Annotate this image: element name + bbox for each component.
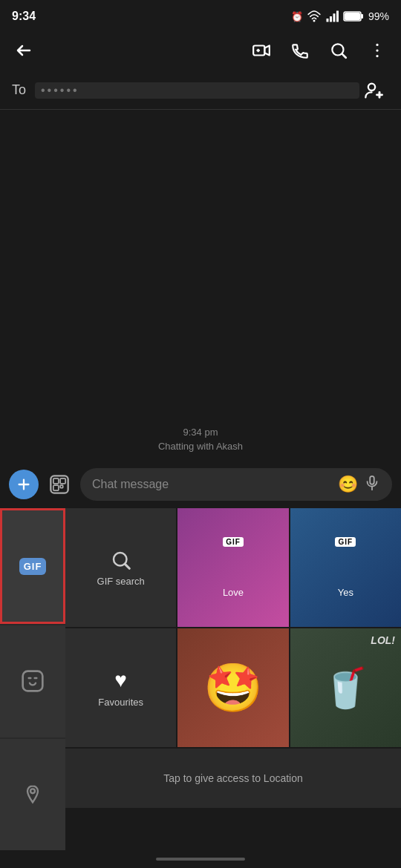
alarm-icon: ⏰ bbox=[291, 11, 303, 22]
svg-rect-17 bbox=[53, 479, 59, 484]
add-contact-icon bbox=[364, 80, 385, 101]
gif-sidebar-sticker[interactable] bbox=[0, 625, 65, 737]
wifi-icon bbox=[307, 10, 321, 23]
phone-button[interactable] bbox=[282, 33, 318, 68]
gif-yes-content: GIF Yes bbox=[290, 508, 401, 627]
gif-love-badge: GIF bbox=[223, 537, 244, 547]
status-icons: ⏰ 99% bbox=[291, 10, 389, 23]
back-button[interactable] bbox=[6, 33, 42, 68]
gif-yes-cell[interactable]: GIF Yes bbox=[290, 508, 401, 627]
more-button[interactable] bbox=[359, 33, 395, 68]
gif-love-cell[interactable]: GIF Love bbox=[177, 508, 288, 627]
gif-face-cell[interactable]: 🤩 bbox=[177, 628, 288, 747]
svg-rect-23 bbox=[23, 671, 43, 691]
top-bar-actions bbox=[244, 33, 395, 68]
tap-location-row[interactable]: Tap to give access to Location bbox=[65, 749, 401, 808]
gif-sidebar-location[interactable] bbox=[0, 739, 65, 850]
mic-icon bbox=[364, 475, 380, 491]
status-time: 9:34 bbox=[12, 10, 36, 23]
svg-point-14 bbox=[376, 55, 378, 57]
home-indicator bbox=[156, 858, 245, 861]
svg-rect-21 bbox=[370, 476, 374, 484]
chat-area: 9:34 pm Chatting with Akash bbox=[0, 110, 401, 461]
svg-rect-20 bbox=[60, 485, 63, 488]
sticker-button[interactable] bbox=[45, 470, 74, 499]
input-row: Chat message 😊 bbox=[0, 461, 401, 508]
gif-search-icon bbox=[110, 549, 132, 571]
chat-timestamp: 9:34 pm bbox=[183, 427, 218, 438]
gif-lol-content: 🥤 LOL! bbox=[290, 628, 401, 747]
battery-icon bbox=[343, 10, 364, 22]
svg-rect-1 bbox=[326, 19, 328, 22]
message-input-field[interactable]: Chat message 😊 bbox=[80, 468, 392, 501]
plus-icon bbox=[16, 476, 32, 493]
svg-point-0 bbox=[313, 20, 315, 22]
to-recipient-field[interactable]: •••••• bbox=[35, 82, 359, 99]
status-bar: 9:34 ⏰ 99% bbox=[0, 0, 401, 30]
location-sidebar-icon bbox=[22, 784, 43, 805]
gif-sidebar: GIF bbox=[0, 508, 65, 850]
lol-text: LOL! bbox=[371, 634, 395, 646]
search-icon bbox=[329, 41, 348, 60]
svg-rect-3 bbox=[333, 13, 335, 22]
gif-yes-label: Yes bbox=[338, 587, 353, 598]
signal-icon bbox=[325, 10, 339, 23]
emoji-button[interactable]: 😊 bbox=[338, 475, 358, 494]
video-call-button[interactable] bbox=[244, 33, 279, 68]
tap-location-text: Tap to give access to Location bbox=[163, 772, 303, 784]
more-icon bbox=[368, 41, 387, 60]
svg-rect-6 bbox=[361, 14, 363, 19]
gif-love-content: GIF Love bbox=[177, 508, 288, 627]
phone-icon bbox=[290, 41, 310, 60]
gif-row-2: ♥ Favourites 🤩 🥤 LOL! bbox=[65, 628, 401, 747]
app-container: 9:34 ⏰ 99% bbox=[0, 0, 401, 868]
message-placeholder: Chat message bbox=[92, 478, 332, 491]
chat-subtext: Chatting with Akash bbox=[158, 441, 243, 452]
search-button[interactable] bbox=[321, 33, 356, 68]
gif-sidebar-gif[interactable]: GIF bbox=[0, 508, 65, 624]
svg-point-13 bbox=[376, 49, 378, 51]
sticker-sidebar-icon bbox=[21, 669, 45, 693]
to-label: To bbox=[12, 82, 26, 98]
add-attachment-button[interactable] bbox=[9, 470, 39, 499]
mic-button[interactable] bbox=[364, 475, 380, 495]
cups-emoji: 🥤 bbox=[322, 665, 370, 711]
svg-point-12 bbox=[376, 44, 378, 46]
bottom-indicator bbox=[0, 850, 401, 868]
gif-lol-cell[interactable]: 🥤 LOL! bbox=[290, 628, 401, 747]
gif-search-label: GIF search bbox=[97, 576, 145, 587]
svg-rect-18 bbox=[60, 479, 65, 484]
gif-yes-badge: GIF bbox=[335, 537, 356, 547]
sticker-icon bbox=[49, 474, 70, 495]
to-row: To •••••• bbox=[0, 71, 401, 110]
battery-percent: 99% bbox=[368, 10, 389, 22]
svg-point-15 bbox=[368, 83, 375, 90]
back-arrow-icon bbox=[15, 42, 33, 59]
video-call-icon bbox=[252, 41, 271, 60]
svg-point-24 bbox=[30, 789, 35, 793]
gif-favourites-cell[interactable]: ♥ Favourites bbox=[65, 628, 176, 747]
gif-search-cell[interactable]: GIF search bbox=[65, 508, 176, 627]
face-emoji: 🤩 bbox=[203, 660, 263, 716]
gif-love-label: Love bbox=[223, 587, 244, 598]
gif-section: GIF bbox=[0, 508, 401, 850]
gif-icon: GIF bbox=[19, 558, 47, 575]
add-contact-button[interactable] bbox=[359, 76, 389, 105]
gif-favourites-label: Favourites bbox=[98, 697, 143, 708]
gif-face-content: 🤩 bbox=[177, 628, 288, 747]
svg-rect-2 bbox=[330, 16, 332, 22]
svg-rect-19 bbox=[53, 485, 59, 490]
gif-main-area: GIF search GIF Love GIF Yes bbox=[65, 508, 401, 850]
svg-rect-4 bbox=[336, 11, 339, 22]
svg-rect-7 bbox=[345, 13, 360, 20]
heart-icon: ♥ bbox=[114, 668, 127, 692]
top-action-bar bbox=[0, 30, 401, 71]
gif-row-1: GIF search GIF Love GIF Yes bbox=[65, 508, 401, 627]
